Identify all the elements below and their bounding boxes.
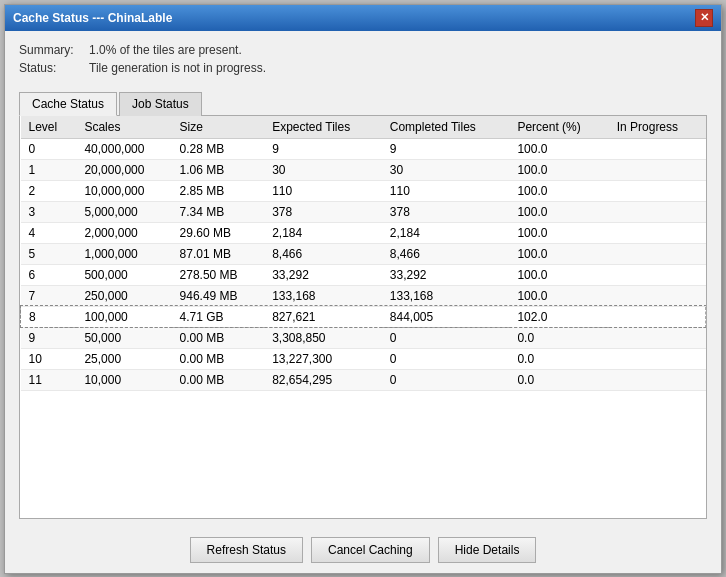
cell-2-0: 2 bbox=[21, 180, 77, 201]
cell-7-3: 133,168 bbox=[264, 285, 382, 306]
cell-1-6 bbox=[609, 159, 706, 180]
cell-10-1: 25,000 bbox=[76, 348, 171, 369]
cell-6-6 bbox=[609, 264, 706, 285]
cell-0-2: 0.28 MB bbox=[172, 138, 265, 159]
tab-content-cache-status: Level Scales Size Expected Tiles Complet… bbox=[19, 116, 707, 519]
cell-5-1: 1,000,000 bbox=[76, 243, 171, 264]
cell-5-6 bbox=[609, 243, 706, 264]
content-area: Summary: 1.0% of the tiles are present. … bbox=[5, 31, 721, 527]
cell-8-2: 4.71 GB bbox=[172, 306, 265, 327]
cell-9-4: 0 bbox=[382, 327, 510, 348]
cell-6-3: 33,292 bbox=[264, 264, 382, 285]
cell-3-3: 378 bbox=[264, 201, 382, 222]
cell-5-2: 87.01 MB bbox=[172, 243, 265, 264]
title-bar: Cache Status --- ChinaLable ✕ bbox=[5, 5, 721, 31]
cell-3-4: 378 bbox=[382, 201, 510, 222]
cell-11-2: 0.00 MB bbox=[172, 369, 265, 390]
cell-11-3: 82,654,295 bbox=[264, 369, 382, 390]
cell-6-0: 6 bbox=[21, 264, 77, 285]
table-row: 040,000,0000.28 MB99100.0 bbox=[21, 138, 706, 159]
table-row: 42,000,00029.60 MB2,1842,184100.0 bbox=[21, 222, 706, 243]
cell-10-3: 13,227,300 bbox=[264, 348, 382, 369]
cell-4-3: 2,184 bbox=[264, 222, 382, 243]
cell-0-1: 40,000,000 bbox=[76, 138, 171, 159]
cell-6-5: 100.0 bbox=[509, 264, 608, 285]
cell-7-2: 946.49 MB bbox=[172, 285, 265, 306]
cell-10-5: 0.0 bbox=[509, 348, 608, 369]
cell-4-1: 2,000,000 bbox=[76, 222, 171, 243]
summary-row: Summary: 1.0% of the tiles are present. bbox=[19, 43, 707, 57]
summary-value: 1.0% of the tiles are present. bbox=[89, 43, 242, 57]
cell-2-6 bbox=[609, 180, 706, 201]
cell-8-1: 100,000 bbox=[76, 306, 171, 327]
table-row: 1025,0000.00 MB13,227,30000.0 bbox=[21, 348, 706, 369]
cell-5-0: 5 bbox=[21, 243, 77, 264]
cell-7-4: 133,168 bbox=[382, 285, 510, 306]
status-value: Tile generation is not in progress. bbox=[89, 61, 266, 75]
cell-8-5: 102.0 bbox=[509, 306, 608, 327]
cell-9-2: 0.00 MB bbox=[172, 327, 265, 348]
close-button[interactable]: ✕ bbox=[695, 9, 713, 27]
cell-7-6 bbox=[609, 285, 706, 306]
table-header-row: Level Scales Size Expected Tiles Complet… bbox=[21, 116, 706, 139]
cell-5-5: 100.0 bbox=[509, 243, 608, 264]
cell-1-3: 30 bbox=[264, 159, 382, 180]
tab-bar: Cache Status Job Status bbox=[19, 91, 707, 116]
cell-4-0: 4 bbox=[21, 222, 77, 243]
cell-6-2: 278.50 MB bbox=[172, 264, 265, 285]
col-percent: Percent (%) bbox=[509, 116, 608, 139]
cell-3-1: 5,000,000 bbox=[76, 201, 171, 222]
cell-8-3: 827,621 bbox=[264, 306, 382, 327]
tabs-area: Cache Status Job Status Level Scales Siz… bbox=[19, 91, 707, 519]
cell-3-6 bbox=[609, 201, 706, 222]
hide-details-button[interactable]: Hide Details bbox=[438, 537, 537, 563]
cell-0-4: 9 bbox=[382, 138, 510, 159]
cell-11-1: 10,000 bbox=[76, 369, 171, 390]
cell-0-0: 0 bbox=[21, 138, 77, 159]
table-row: 51,000,00087.01 MB8,4668,466100.0 bbox=[21, 243, 706, 264]
table-row: 120,000,0001.06 MB3030100.0 bbox=[21, 159, 706, 180]
cell-10-4: 0 bbox=[382, 348, 510, 369]
table-row: 8100,0004.71 GB827,621844,005102.0 bbox=[21, 306, 706, 327]
cell-1-4: 30 bbox=[382, 159, 510, 180]
cell-0-3: 9 bbox=[264, 138, 382, 159]
cell-6-4: 33,292 bbox=[382, 264, 510, 285]
cell-8-6 bbox=[609, 306, 706, 327]
col-expected: Expected Tiles bbox=[264, 116, 382, 139]
cell-4-4: 2,184 bbox=[382, 222, 510, 243]
cell-1-2: 1.06 MB bbox=[172, 159, 265, 180]
cell-7-1: 250,000 bbox=[76, 285, 171, 306]
cell-3-5: 100.0 bbox=[509, 201, 608, 222]
cell-7-5: 100.0 bbox=[509, 285, 608, 306]
cell-6-1: 500,000 bbox=[76, 264, 171, 285]
cell-1-0: 1 bbox=[21, 159, 77, 180]
main-window: Cache Status --- ChinaLable ✕ Summary: 1… bbox=[4, 4, 722, 574]
cell-11-5: 0.0 bbox=[509, 369, 608, 390]
cell-2-1: 10,000,000 bbox=[76, 180, 171, 201]
status-row: Status: Tile generation is not in progre… bbox=[19, 61, 707, 75]
cell-10-0: 10 bbox=[21, 348, 77, 369]
cell-11-4: 0 bbox=[382, 369, 510, 390]
table-row: 950,0000.00 MB3,308,85000.0 bbox=[21, 327, 706, 348]
cell-0-6 bbox=[609, 138, 706, 159]
tab-cache-status[interactable]: Cache Status bbox=[19, 92, 117, 116]
tab-job-status[interactable]: Job Status bbox=[119, 92, 202, 116]
cell-5-4: 8,466 bbox=[382, 243, 510, 264]
cell-3-2: 7.34 MB bbox=[172, 201, 265, 222]
cell-2-2: 2.85 MB bbox=[172, 180, 265, 201]
cell-5-3: 8,466 bbox=[264, 243, 382, 264]
cell-3-0: 3 bbox=[21, 201, 77, 222]
cell-1-1: 20,000,000 bbox=[76, 159, 171, 180]
cell-0-5: 100.0 bbox=[509, 138, 608, 159]
table-row: 7250,000946.49 MB133,168133,168100.0 bbox=[21, 285, 706, 306]
cell-11-6 bbox=[609, 369, 706, 390]
cancel-caching-button[interactable]: Cancel Caching bbox=[311, 537, 430, 563]
summary-section: Summary: 1.0% of the tiles are present. … bbox=[19, 43, 707, 79]
col-level: Level bbox=[21, 116, 77, 139]
cell-2-5: 100.0 bbox=[509, 180, 608, 201]
status-label: Status: bbox=[19, 61, 89, 75]
refresh-status-button[interactable]: Refresh Status bbox=[190, 537, 303, 563]
cell-2-4: 110 bbox=[382, 180, 510, 201]
col-scales: Scales bbox=[76, 116, 171, 139]
cell-7-0: 7 bbox=[21, 285, 77, 306]
